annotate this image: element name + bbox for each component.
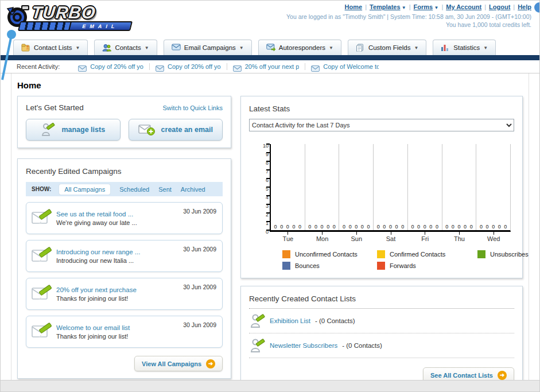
- chevron-down-icon: ▼: [329, 45, 333, 51]
- x-axis-cell: Sun: [339, 232, 374, 242]
- envelope-icon: [311, 64, 320, 70]
- activity-item-label: Copy of 20% off yo: [90, 63, 143, 70]
- chart-value: 0: [367, 224, 370, 230]
- chart-value-labels: 00000: [476, 224, 510, 230]
- chart-day-group: 00000: [305, 144, 340, 230]
- nav-link-my-account[interactable]: My Account: [446, 3, 481, 10]
- person-pencil-icon: [41, 123, 56, 137]
- legend-swatch: [477, 250, 485, 258]
- chart-value: 0: [298, 224, 301, 230]
- tab-custom-fields[interactable]: Custom Fields▼: [348, 40, 426, 55]
- y-tick-mark: [266, 204, 270, 205]
- switch-quick-links-link[interactable]: Switch to Quick Links: [162, 104, 223, 111]
- chart-value-labels: 00000: [374, 224, 407, 230]
- chart-value: 0: [361, 224, 364, 230]
- contact-list-link[interactable]: Exhibition List: [270, 317, 310, 324]
- recent-activity-item[interactable]: Copy of 20% off yo: [150, 63, 227, 70]
- chart-value: 0: [286, 224, 289, 230]
- chart-value-labels: 00000: [339, 224, 373, 230]
- x-tick-mark: [391, 232, 391, 235]
- arrow-circle-icon: ➜: [206, 359, 215, 368]
- chart-value: 0: [401, 224, 404, 230]
- chart-value: 0: [424, 224, 426, 230]
- chart-value: 0: [383, 224, 386, 230]
- recent-activity-item[interactable]: 20% off your next p: [227, 63, 306, 70]
- chart-value: 0: [417, 224, 420, 230]
- nav-link-home[interactable]: Home: [345, 3, 363, 10]
- app-logo: TURBO EMAIL: [5, 3, 137, 34]
- filter-all-campaigns[interactable]: All Campaigns: [59, 184, 110, 195]
- campaign-card[interactable]: See us at the retail food ...We're givin…: [26, 202, 223, 234]
- login-info: You are logged in as "Timothy Smith" | S…: [286, 13, 531, 20]
- create-email-button[interactable]: create an email: [129, 119, 223, 141]
- filter-archived[interactable]: Archived: [181, 186, 205, 193]
- filter-sent[interactable]: Sent: [158, 186, 172, 193]
- envelope-icon: [233, 64, 242, 70]
- campaign-card[interactable]: Introducing our new range ...Introducing…: [26, 240, 223, 272]
- x-tick-label: Sat: [374, 235, 408, 242]
- chart-value: 0: [429, 224, 432, 230]
- legend-swatch: [377, 262, 385, 270]
- chart-value: 0: [492, 224, 495, 230]
- chart-value-labels: 00000: [408, 224, 442, 230]
- x-axis-cell: Thu: [442, 232, 477, 242]
- nav-link-help[interactable]: Help: [518, 3, 531, 10]
- envelope-pencil-icon: [31, 284, 54, 304]
- tab-label: Statistics: [453, 44, 480, 51]
- contact-list-item[interactable]: Newsletter Subscribers - (0 Contacts): [249, 333, 514, 358]
- contact-list-item[interactable]: Exhibition List - (0 Contacts): [249, 309, 514, 333]
- chart-legend: Unconfirmed ContactsConfirmed ContactsUn…: [282, 250, 514, 270]
- filter-scheduled[interactable]: Scheduled: [119, 186, 149, 193]
- x-tick-label: Mon: [305, 235, 340, 242]
- envelope-icon: [156, 64, 164, 70]
- x-axis-cell: Fri: [408, 232, 442, 242]
- tab-contacts[interactable]: Contacts▼: [94, 40, 157, 55]
- campaign-card[interactable]: Welcome to our email listThanks for join…: [26, 316, 223, 348]
- person-pencil-icon: [250, 338, 265, 353]
- campaign-subtitle: We're giving away our late ...: [56, 219, 216, 226]
- recent-activity-item[interactable]: Copy of Welcome to: [305, 63, 384, 70]
- stats-range-select[interactable]: Contact Activity for the Last 7 Days: [249, 119, 514, 131]
- x-tick-mark: [356, 232, 357, 235]
- recent-activity-bar: Recent Activity: Copy of 20% off yoCopy …: [1, 60, 539, 73]
- tab-email-campaigns[interactable]: Email Campaigns▼: [164, 40, 252, 55]
- chart-value: 0: [504, 224, 507, 230]
- x-tick-label: Sun: [339, 235, 374, 242]
- view-all-campaigns-button[interactable]: View All Campaigns ➜: [134, 356, 223, 371]
- nav-separator: |: [513, 3, 515, 10]
- x-axis-cell: Mon: [305, 232, 340, 242]
- nav-link-logout[interactable]: Logout: [489, 3, 510, 10]
- legend-label: Unconfirmed Contacts: [295, 251, 358, 258]
- activity-item-label: Copy of Welcome to: [323, 63, 379, 70]
- chart-value: 0: [333, 224, 336, 230]
- campaign-subtitle: Thanks for joining our list!: [56, 333, 216, 340]
- chart-day-group: 00000: [476, 144, 510, 230]
- tab-autoresponders[interactable]: Autoresponders▼: [258, 40, 341, 55]
- contact-lists-title: Recently Created Contact Lists: [249, 294, 356, 303]
- y-tick-mark: [266, 169, 270, 170]
- contact-lists-icon: [21, 44, 30, 52]
- nav-link-templates[interactable]: Templates: [370, 3, 401, 10]
- help-bubble-icon[interactable]: [534, 2, 540, 13]
- x-tick-label: Tue: [271, 235, 305, 242]
- nav-link-forms[interactable]: Forms: [414, 3, 433, 10]
- get-started-title: Let's Get Started: [26, 103, 84, 112]
- campaign-card[interactable]: 20% off your next purchaseThanks for joi…: [26, 278, 223, 310]
- recent-activity-item[interactable]: Copy of 20% off yo: [72, 63, 150, 70]
- chart-value-labels: 00000: [305, 224, 339, 230]
- tab-contact-lists[interactable]: Contact Lists▼: [13, 40, 88, 55]
- contact-list-link[interactable]: Newsletter Subscribers: [270, 342, 337, 349]
- manage-lists-button[interactable]: manage lists: [26, 119, 121, 141]
- legend-label: Bounces: [295, 262, 320, 269]
- x-axis-cell: Tue: [271, 232, 305, 242]
- latest-stats-panel: Latest Stats Contact Activity for the La…: [240, 96, 523, 278]
- page: TURBO EMAIL Home|Templates ▼|Forms ▼|My …: [0, 0, 540, 392]
- page-footer: [1, 380, 539, 391]
- nav-underline-bar: [1, 55, 539, 60]
- contact-list-count: - (0 Contacts): [342, 342, 382, 349]
- header: TURBO EMAIL Home|Templates ▼|Forms ▼|My …: [1, 1, 539, 36]
- nav-separator: |: [409, 3, 411, 10]
- contact-list-items: Exhibition List - (0 Contacts)Newsletter…: [249, 309, 514, 358]
- x-tick-mark: [425, 232, 425, 235]
- tab-statistics[interactable]: Statistics▼: [433, 40, 496, 55]
